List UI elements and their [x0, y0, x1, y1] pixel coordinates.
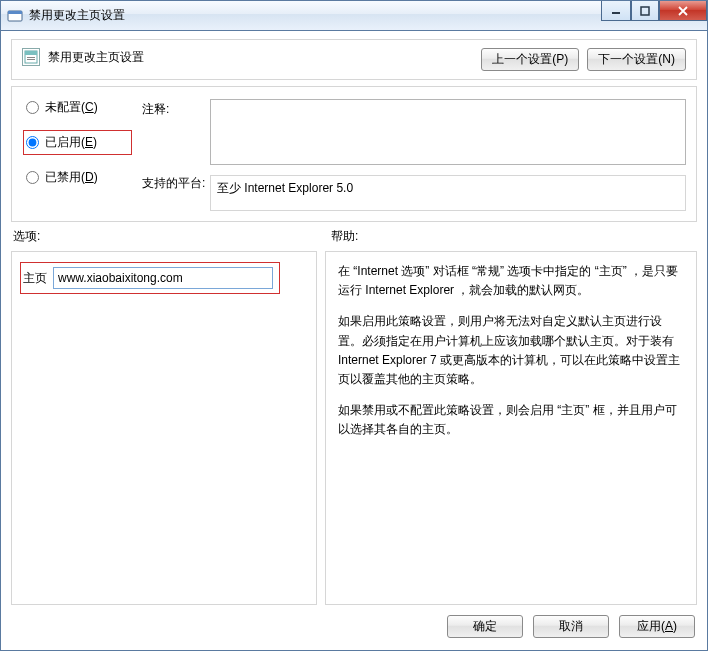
highlight-enabled: 已启用(E): [23, 130, 132, 155]
platform-value: 至少 Internet Explorer 5.0: [210, 175, 686, 211]
help-p1: 在 “Internet 选项” 对话框 “常规” 选项卡中指定的 “主页” ，是…: [338, 262, 684, 300]
radio-disabled-label: 已禁用(D): [45, 169, 98, 186]
apply-button[interactable]: 应用(A): [619, 615, 695, 638]
radio-not-configured-label: 未配置(C): [45, 99, 98, 116]
apply-label: 应用(A): [637, 618, 677, 635]
radio-enabled-label: 已启用(E): [45, 134, 97, 151]
svg-rect-6: [27, 57, 35, 58]
comment-textarea[interactable]: [210, 99, 686, 165]
cancel-button[interactable]: 取消: [533, 615, 609, 638]
homepage-label: 主页: [23, 270, 47, 287]
comment-label: 注释:: [142, 99, 202, 165]
window-title: 禁用更改主页设置: [29, 7, 125, 24]
close-button[interactable]: [659, 1, 707, 21]
radio-disabled[interactable]: 已禁用(D): [26, 169, 132, 186]
next-setting-button[interactable]: 下一个设置(N): [587, 48, 686, 71]
config-right: 注释: 支持的平台: 至少 Internet Explorer 5.0: [142, 99, 686, 211]
comment-row: 注释:: [142, 99, 686, 165]
nav-buttons: 上一个设置(P) 下一个设置(N): [481, 48, 686, 71]
prev-setting-label: 上一个设置(P): [492, 51, 568, 68]
minimize-icon: [611, 6, 621, 16]
minimize-button[interactable]: [601, 1, 631, 21]
options-label: 选项:: [11, 228, 321, 245]
highlight-homepage: 主页: [20, 262, 280, 294]
dialog-body: 禁用更改主页设置 上一个设置(P) 下一个设置(N) 未配置(C) 已启用(E): [1, 31, 707, 650]
radio-group: 未配置(C) 已启用(E) 已禁用(D): [22, 99, 132, 211]
radio-not-configured[interactable]: 未配置(C): [26, 99, 132, 116]
maximize-button[interactable]: [631, 1, 659, 21]
help-p3: 如果禁用或不配置此策略设置，则会启用 “主页” 框，并且用户可以选择其各自的主页…: [338, 401, 684, 439]
titlebar: 禁用更改主页设置: [1, 1, 707, 31]
radio-not-configured-input[interactable]: [26, 101, 39, 114]
prev-setting-button[interactable]: 上一个设置(P): [481, 48, 579, 71]
dialog-window: 禁用更改主页设置 禁用更改主页设置 上一个设置(P) 下一: [0, 0, 708, 651]
platform-row: 支持的平台: 至少 Internet Explorer 5.0: [142, 175, 686, 211]
radio-enabled[interactable]: 已启用(E): [26, 134, 97, 151]
main-split: 主页 在 “Internet 选项” 对话框 “常规” 选项卡中指定的 “主页”…: [11, 251, 697, 605]
svg-rect-3: [641, 7, 649, 15]
cancel-label: 取消: [559, 618, 583, 635]
window-controls: [601, 1, 707, 21]
footer: 确定 取消 应用(A): [11, 611, 697, 640]
homepage-input[interactable]: [53, 267, 273, 289]
ok-button[interactable]: 确定: [447, 615, 523, 638]
radio-disabled-input[interactable]: [26, 171, 39, 184]
platform-label: 支持的平台:: [142, 175, 202, 192]
ok-label: 确定: [473, 618, 497, 635]
svg-rect-5: [25, 51, 37, 55]
section-labels: 选项: 帮助:: [11, 228, 697, 245]
policy-title: 禁用更改主页设置: [48, 49, 144, 66]
close-icon: [677, 6, 689, 16]
config-panel: 未配置(C) 已启用(E) 已禁用(D) 注释:: [11, 86, 697, 222]
svg-rect-1: [8, 11, 22, 14]
svg-rect-7: [27, 59, 35, 60]
options-panel: 主页: [11, 251, 317, 605]
radio-enabled-input[interactable]: [26, 136, 39, 149]
next-setting-label: 下一个设置(N): [598, 51, 675, 68]
help-panel: 在 “Internet 选项” 对话框 “常规” 选项卡中指定的 “主页” ，是…: [325, 251, 697, 605]
app-icon: [7, 8, 23, 24]
svg-rect-2: [612, 12, 620, 14]
policy-icon: [22, 48, 40, 66]
help-label: 帮助:: [331, 228, 697, 245]
header-left: 禁用更改主页设置: [22, 48, 144, 66]
maximize-icon: [640, 6, 650, 16]
help-p2: 如果启用此策略设置，则用户将无法对自定义默认主页进行设置。必须指定在用户计算机上…: [338, 312, 684, 389]
homepage-option-row: 主页: [20, 262, 308, 294]
header-panel: 禁用更改主页设置 上一个设置(P) 下一个设置(N): [11, 39, 697, 80]
